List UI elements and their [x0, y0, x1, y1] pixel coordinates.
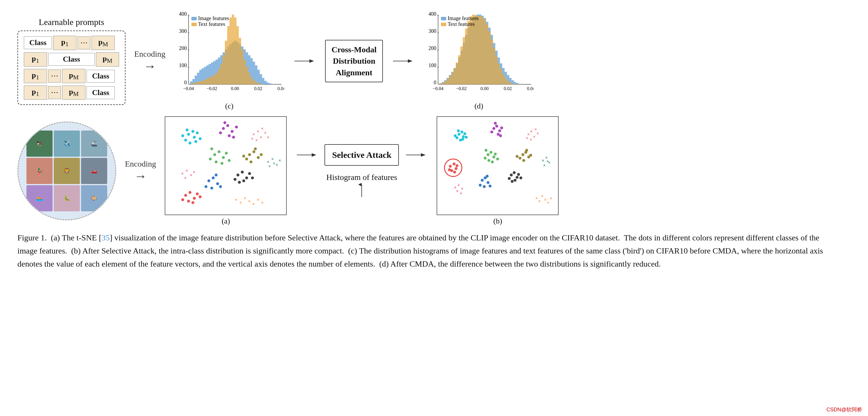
svg-point-271	[461, 138, 464, 141]
svg-rect-44	[255, 65, 257, 84]
svg-text:×: ×	[260, 135, 262, 140]
svg-point-212	[252, 150, 255, 153]
svg-point-178	[184, 139, 187, 142]
pM-cell-1: pM	[92, 36, 115, 50]
svg-rect-80	[257, 83, 260, 84]
svg-rect-162	[493, 48, 495, 84]
svg-rect-45	[257, 70, 260, 84]
cross-modal-label: Cross-ModalDistributionAlignment	[332, 45, 376, 77]
svg-point-326	[486, 175, 489, 178]
svg-point-180	[189, 142, 191, 145]
svg-text:×: ×	[248, 199, 250, 204]
arrow-right-bottom: →	[134, 170, 147, 183]
hist-features-arrow: Histogram of features	[326, 172, 397, 198]
svg-point-234	[184, 194, 187, 197]
svg-point-209	[220, 162, 223, 165]
svg-rect-137	[514, 82, 516, 84]
svg-text:×: ×	[535, 196, 538, 201]
watermark: CSDN@软阿桥	[827, 406, 862, 413]
svg-point-239	[196, 192, 199, 195]
svg-point-229	[216, 182, 219, 185]
arrow-up-svg	[357, 183, 366, 198]
svg-rect-81	[260, 84, 262, 84]
svg-rect-77	[250, 77, 253, 84]
svg-rect-160	[488, 31, 491, 84]
svg-point-214	[245, 157, 248, 160]
svg-point-183	[186, 128, 189, 131]
img-7: 🏊	[26, 185, 53, 211]
svg-rect-164	[498, 63, 500, 84]
svg-point-327	[489, 185, 492, 187]
svg-rect-161	[491, 39, 493, 84]
svg-point-233	[219, 185, 222, 188]
svg-text:×: ×	[550, 196, 552, 201]
prompt-row-1: Class p1 ⋯ pM	[24, 36, 119, 50]
svg-text:200: 200	[429, 46, 436, 51]
svg-point-286	[456, 164, 458, 167]
svg-point-274	[495, 125, 498, 128]
svg-point-204	[222, 156, 225, 159]
svg-point-191	[235, 126, 238, 128]
svg-rect-165	[500, 69, 502, 84]
svg-point-186	[222, 127, 225, 130]
svg-point-177	[191, 130, 194, 133]
svg-rect-75	[246, 67, 248, 84]
svg-rect-51	[190, 84, 192, 84]
svg-point-310	[525, 149, 528, 152]
svg-rect-158	[484, 20, 486, 84]
svg-text:×: ×	[536, 131, 539, 136]
svg-point-313	[510, 174, 513, 176]
img-6: 🚗	[81, 158, 107, 184]
svg-point-314	[513, 171, 516, 174]
prompt-row-4: p1 ⋯ pM Class	[24, 86, 119, 100]
svg-text:−0.04: −0.04	[433, 86, 443, 91]
svg-point-240	[191, 201, 194, 204]
svg-text:−0.02: −0.02	[456, 86, 467, 91]
svg-text:×: ×	[251, 136, 253, 141]
dots-cell-4: ⋯	[48, 86, 61, 99]
svg-point-269	[454, 134, 457, 137]
top-row: Learnable prompts Class p1 ⋯ pM p1 Class…	[18, 11, 850, 111]
arrow-svg-3	[296, 149, 319, 161]
svg-text:0.00: 0.00	[231, 86, 239, 91]
svg-text:400: 400	[179, 11, 187, 17]
figure-caption: Figure 1. (a) The t-SNE [35] visualizati…	[18, 231, 831, 270]
scatter-b-container: × × × × × × ×	[437, 116, 559, 226]
svg-rect-65	[222, 55, 225, 84]
svg-rect-59	[209, 77, 211, 84]
svg-text:×: ×	[267, 135, 269, 140]
arrow-svg-2	[392, 55, 415, 67]
svg-rect-72	[239, 38, 241, 84]
pM-cell-2: pM	[96, 52, 119, 66]
scatter-b-label: (b)	[493, 217, 502, 226]
svg-text:×: ×	[193, 170, 195, 174]
svg-point-223	[242, 179, 245, 182]
svg-text:100: 100	[179, 62, 187, 68]
svg-point-319	[511, 180, 514, 183]
svg-rect-141	[444, 81, 446, 84]
svg-text:×: ×	[547, 200, 549, 205]
encoding-arrow-top: Encoding →	[134, 50, 165, 73]
svg-text:×: ×	[190, 173, 192, 177]
svg-point-301	[494, 153, 497, 155]
svg-text:×: ×	[269, 164, 271, 169]
selective-attack-box: Selective Attack	[324, 144, 399, 166]
svg-text:0: 0	[434, 80, 436, 86]
svg-rect-156	[479, 16, 482, 84]
svg-text:×: ×	[273, 161, 275, 166]
svg-point-309	[522, 159, 525, 162]
svg-point-324	[479, 184, 482, 187]
svg-point-297	[490, 151, 492, 154]
images-circle-container: 🦅 ✈️ 🚢 🦆 🦁 🚗 🏊 🐛 🐎	[18, 121, 116, 220]
prompts-title: Learnable prompts	[39, 17, 104, 27]
svg-point-222	[234, 178, 237, 181]
scatter-a-label: (a)	[222, 217, 230, 226]
svg-point-283	[453, 162, 456, 166]
svg-rect-85	[191, 23, 197, 26]
svg-text:×: ×	[279, 158, 281, 163]
svg-rect-143	[449, 76, 451, 84]
svg-point-280	[499, 134, 502, 137]
cross-modal-box: Cross-ModalDistributionAlignment	[325, 40, 383, 82]
svg-point-321	[481, 179, 484, 182]
svg-rect-73	[241, 50, 243, 84]
